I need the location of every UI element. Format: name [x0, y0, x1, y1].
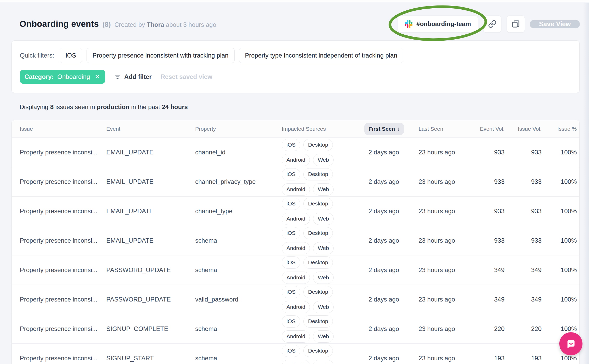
issue-vol-cell: 933: [505, 149, 542, 156]
issue-cell: Property presence inconsi...: [20, 266, 106, 274]
summary-environment: production: [97, 103, 129, 110]
issue-vol-cell: 349: [505, 296, 542, 303]
source-pill: Android: [282, 301, 310, 313]
col-issue-pct[interactable]: Issue %: [542, 126, 577, 132]
quick-filter-property-type[interactable]: Property type inconsistent independent o…: [239, 48, 403, 63]
issues-table: Issue Event Property Impacted Sources Fi…: [11, 120, 580, 364]
table-header-row: Issue Event Property Impacted Sources Fi…: [12, 120, 579, 137]
col-impacted-sources[interactable]: Impacted Sources: [282, 126, 369, 132]
source-pill: Android: [282, 360, 310, 364]
table-row[interactable]: Property presence inconsi... EMAIL_UPDAT…: [12, 137, 579, 167]
sort-pill[interactable]: First Seen ↓: [364, 123, 404, 135]
issue-pct-cell: 100%: [542, 296, 577, 303]
category-filter-chip[interactable]: Category: Onboarding ✕: [20, 70, 105, 84]
issue-vol-cell: 933: [505, 178, 542, 185]
issue-pct-cell: 100%: [542, 355, 577, 362]
impacted-sources-cell: iOSDesktopAndroidWeb: [282, 139, 369, 166]
last-seen-cell: 23 hours ago: [419, 296, 478, 303]
table-row[interactable]: Property presence inconsi... PASSWORD_UP…: [12, 285, 579, 314]
last-seen-cell: 23 hours ago: [419, 149, 478, 156]
sort-desc-icon: ↓: [397, 126, 400, 132]
impacted-sources-cell: iOSDesktopAndroidWeb: [282, 256, 369, 284]
source-pill: Desktop: [303, 286, 333, 298]
source-pill: iOS: [282, 345, 300, 357]
table-row[interactable]: Property presence inconsi... PASSWORD_UP…: [12, 255, 579, 285]
source-pill: iOS: [282, 286, 300, 298]
table-row[interactable]: Property presence inconsi... SIGNUP_STAR…: [12, 343, 579, 364]
table-row[interactable]: Property presence inconsi... EMAIL_UPDAT…: [12, 167, 579, 196]
chat-launcher-button[interactable]: [559, 332, 582, 355]
source-pill: iOS: [282, 168, 300, 180]
page-title: Onboarding events: [20, 19, 99, 29]
chat-bubble-icon: [565, 338, 577, 350]
col-last-seen[interactable]: Last Seen: [419, 126, 478, 132]
event-cell: EMAIL_UPDATE: [106, 237, 195, 244]
created-by-text: Created by Thora about 3 hours ago: [114, 21, 216, 28]
quick-filter-ios[interactable]: iOS: [60, 48, 82, 63]
col-event-vol[interactable]: Event Vol.: [478, 126, 505, 132]
event-vol-cell: 933: [478, 208, 505, 215]
impacted-sources-cell: iOSDesktopAndroidWeb: [282, 198, 369, 225]
source-pill: Web: [313, 330, 334, 343]
save-view-button[interactable]: Save View: [530, 20, 580, 28]
issue-pct-cell: 100%: [542, 149, 577, 156]
table-row[interactable]: Property presence inconsi... SIGNUP_COMP…: [12, 314, 579, 343]
source-pill: Desktop: [303, 168, 333, 180]
duplicate-view-button[interactable]: [507, 15, 525, 33]
event-cell: SIGNUP_START: [106, 355, 195, 362]
issue-cell: Property presence inconsi...: [20, 237, 106, 244]
impacted-sources-cell: iOSDesktopAndroidWeb: [282, 227, 369, 254]
impacted-sources-cell: iOSDesktopAndroidWeb: [282, 345, 369, 364]
quick-filters-label: Quick filters:: [20, 52, 54, 59]
issue-vol-cell: 933: [505, 208, 542, 215]
last-seen-cell: 23 hours ago: [419, 208, 478, 215]
source-pill: iOS: [282, 256, 300, 269]
first-seen-cell: 2 days ago: [369, 325, 419, 332]
source-pill: Android: [282, 154, 310, 166]
source-pill: Android: [282, 183, 310, 196]
source-pill: Web: [313, 301, 334, 313]
source-pill: Desktop: [303, 345, 333, 357]
last-seen-cell: 23 hours ago: [419, 237, 478, 244]
issue-cell: Property presence inconsi...: [20, 355, 106, 362]
source-pill: iOS: [282, 315, 300, 328]
first-seen-cell: 2 days ago: [369, 149, 419, 156]
slack-icon: [405, 20, 413, 28]
page-header: Onboarding events (8) Created by Thora a…: [11, 12, 580, 36]
source-pill: Desktop: [303, 315, 333, 328]
event-cell: EMAIL_UPDATE: [106, 178, 195, 185]
source-pill: Web: [313, 213, 334, 225]
remove-filter-icon[interactable]: ✕: [95, 73, 100, 80]
source-pill: Web: [313, 360, 334, 364]
first-seen-cell: 2 days ago: [369, 178, 419, 185]
source-pill: Web: [313, 183, 334, 196]
copy-link-button[interactable]: [483, 15, 501, 33]
quick-filter-property-presence[interactable]: Property presence inconsistent with trac…: [87, 48, 235, 63]
property-cell: schema: [195, 237, 282, 244]
chip-label: Category:: [24, 73, 54, 80]
source-pill: Android: [282, 272, 310, 284]
col-property[interactable]: Property: [195, 126, 282, 132]
source-pill: Android: [282, 213, 310, 225]
reset-saved-view-button[interactable]: Reset saved view: [161, 73, 212, 80]
slack-channel-label: #onboarding-team: [416, 20, 471, 28]
first-seen-cell: 2 days ago: [369, 355, 419, 362]
slack-channel-button[interactable]: #onboarding-team: [398, 15, 478, 33]
add-filter-button[interactable]: Add filter: [114, 73, 152, 80]
col-issue[interactable]: Issue: [20, 126, 106, 132]
last-seen-cell: 23 hours ago: [419, 355, 478, 362]
source-pill: iOS: [282, 139, 300, 151]
col-first-seen[interactable]: First Seen ↓: [369, 123, 419, 135]
issue-pct-cell: 100%: [542, 325, 577, 332]
top-divider-bar: [0, 0, 589, 2]
quick-filters-row: Quick filters: iOS Property presence inc…: [20, 48, 572, 63]
table-row[interactable]: Property presence inconsi... EMAIL_UPDAT…: [12, 226, 579, 255]
source-pill: Web: [313, 272, 334, 284]
property-cell: channel_id: [195, 149, 282, 156]
col-event[interactable]: Event: [106, 126, 195, 132]
first-seen-cell: 2 days ago: [369, 266, 419, 274]
event-vol-cell: 933: [478, 237, 505, 244]
table-row[interactable]: Property presence inconsi... EMAIL_UPDAT…: [12, 196, 579, 226]
active-filters-row: Category: Onboarding ✕ Add filter Reset …: [20, 70, 572, 84]
col-issue-vol[interactable]: Issue Vol.: [505, 126, 542, 132]
